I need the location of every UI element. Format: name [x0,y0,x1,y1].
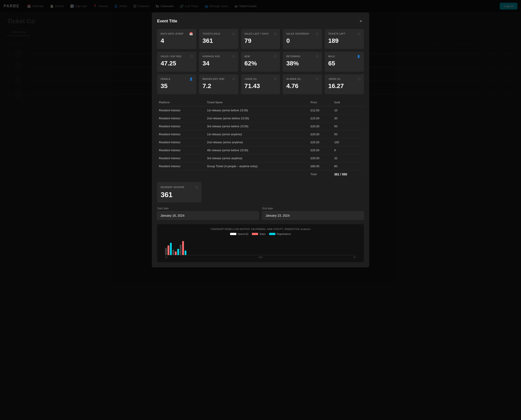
ticket-stat-icon-8: ⬡ [316,55,318,58]
stat-km40-80: 40-80KM (%) ⬡ 4.76 [283,74,322,94]
stats-row-3: FEMALE 👤 35 MEDIAN DIST (KM) ⬡ 7.2 <15KM… [157,74,364,94]
chart-axis-24th: 24th [258,256,262,259]
modal-title: Event Title [157,19,177,23]
stat-returning: RETURNING ⬡ 38% [283,52,322,72]
person-icon-1: 👤 [357,55,360,58]
table-row: Resident Advisor 1st release (arrive any… [157,130,364,138]
stat-sales-yesterday: SALES YESTERDAY ⬡ 0 [283,29,322,49]
resident-advisor-card: RESIDENT ADVISOR ⬡ 361 [157,182,201,202]
col-platform: Platform [157,99,205,106]
analytics-chart: TOWNSHIP REBELLION INVITES: KAUFMANN, SA… [157,224,364,262]
table-row: Resident Advisor 2nd release (arrive any… [157,138,364,146]
table-row: Resident Advisor 2nd release (arrive bef… [157,114,364,122]
ticket-stat-icon-6: ⬡ [232,55,235,58]
person-icon-2: 👤 [189,77,193,81]
stat-days-until: DAYS UNTIL EVENT 📅 4 [157,29,196,49]
date-section: Start date January 16, 2024 End date Jan… [157,207,364,220]
chart-title: TOWNSHIP REBELLION INVITES: KAUFMANN, SA… [161,228,360,230]
legend-registrations: Registrations [269,232,291,235]
chart-legend: Spend (£) Sales Registrations [161,232,360,235]
ticket-stat-icon-2: ⬡ [274,32,276,36]
stats-row-2: SALES / DAY REQ ⬡ 47.25 AVERAGE AGE ⬡ 34… [157,52,364,72]
table-total-row: Total 361 / 550 [157,170,364,179]
ra-icon: ⬡ [195,185,198,189]
start-date-value[interactable]: January 16, 2024 [157,211,259,220]
legend-spend-label: Spend (£) [238,232,248,235]
stat-tickets-sold: TICKETS SOLD ⬡ 361 [199,29,238,49]
dist-stat-icon: ⬡ [232,77,235,81]
stat-male: MALE 👤 65 [325,52,364,72]
lt15km-stat-icon: ⬡ [274,77,276,81]
legend-registrations-label: Registrations [277,232,291,235]
modal-header: Event Title × [157,18,364,25]
table-row: Resident Advisor Group Ticket (4 people … [157,162,364,170]
spend-legend-color [230,233,236,235]
chart-axis-20: 20 [165,256,168,259]
stat-sales-day-req: SALES / DAY REQ ⬡ 47.25 [157,52,196,72]
legend-sales: Sales [252,232,266,235]
table-row: Resident Advisor 3rd release (arrive bef… [157,122,364,130]
ticket-stat-icon-1: ⬡ [232,32,235,36]
end-date-value[interactable]: January 23, 2024 [262,211,364,220]
stat-median-dist: MEDIAN DIST (KM) ⬡ 7.2 [199,74,238,94]
legend-sales-label: Sales [259,232,266,235]
stat-avg-age: AVERAGE AGE ⬡ 34 [199,52,238,72]
event-modal: Event Title × DAYS UNTIL EVENT 📅 4 TICKE… [152,12,369,267]
ticket-stat-icon-4: ⬡ [358,32,360,36]
legend-spend: Spend (£) [230,232,248,235]
stat-sales-last7: SALES LAST 7 DAYS ⬡ 79 [241,29,280,49]
ticket-stat-icon-5: ⬡ [190,55,193,58]
calendar-stat-icon: 📅 [189,32,193,36]
ticket-stat-icon-7: ⬡ [274,55,276,58]
table-row: Resident Advisor 4th release (arrive bef… [157,146,364,154]
stats-row-1: DAYS UNTIL EVENT 📅 4 TICKETS SOLD ⬡ 361 … [157,29,364,49]
ticket-stat-icon-3: ⬡ [316,32,318,36]
modal-overlay: Event Title × DAYS UNTIL EVENT 📅 4 TICKE… [0,0,521,420]
table-row: Resident Advisor 1st release (arrive bef… [157,106,364,114]
gt80km-stat-icon: ⬡ [358,77,360,81]
ticket-breakdown-table: Platform Ticket Name Price Sold Resident… [157,99,364,178]
table-row: Resident Advisor 3rd release (arrive any… [157,154,364,162]
stat-tickets-left: TICKETS LEFT ⬡ 189 [325,29,364,49]
stat-lt15km: <15KM (%) ⬡ 71.43 [241,74,280,94]
col-ticket-name: Ticket Name [205,99,309,106]
modal-close-button[interactable]: × [358,18,364,25]
sales-legend-color [252,233,258,235]
col-sold: Sold [332,99,364,106]
stat-female: FEMALE 👤 35 [157,74,196,94]
stat-new: NEW ⬡ 62% [241,52,280,72]
end-date-field: End date January 23, 2024 [262,207,364,220]
start-date-field: Start date January 16, 2024 [157,207,259,220]
col-price: Price [309,99,332,106]
stat-gt80km: >80KM (%) ⬡ 16.27 [325,74,364,94]
km40-stat-icon: ⬡ [316,77,318,81]
chart-bars [165,238,356,255]
chart-axis-value: 61 [353,256,356,259]
registrations-legend-color [269,233,275,235]
